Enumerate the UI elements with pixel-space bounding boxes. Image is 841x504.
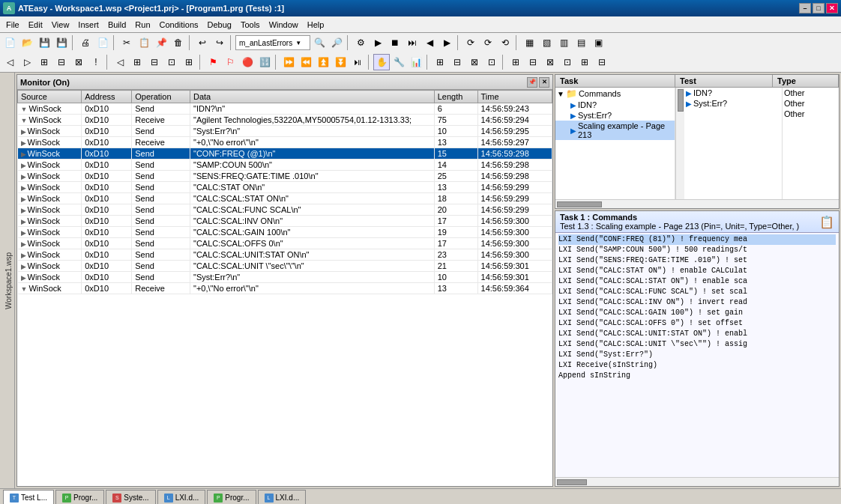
menu-edit[interactable]: Edit (24, 16, 47, 32)
tab-prog-1[interactable]: P Progr... (55, 490, 104, 504)
tb2-28[interactable]: ⊞ (507, 54, 524, 70)
tb2-33[interactable]: ⊟ (594, 54, 610, 70)
code-hscroll[interactable] (555, 477, 839, 486)
tb2-31[interactable]: ⊡ (559, 54, 576, 70)
find2-button[interactable]: 🔎 (328, 34, 345, 51)
monitor-table-container[interactable]: Source Address Operation Data Length Tim… (17, 90, 552, 486)
tb2-11[interactable]: ⊞ (181, 54, 197, 70)
table-row[interactable]: ▼WinSock 0xD10 Send "IDN?\n" 6 14:56:59:… (18, 103, 552, 115)
back-button[interactable]: ◀ (421, 34, 438, 51)
tb2-32[interactable]: ⊞ (576, 54, 593, 70)
tb-extra5[interactable]: ▧ (538, 34, 555, 51)
tb2-27[interactable]: ⊡ (483, 54, 500, 70)
code-area[interactable]: LXI Send("CONF:FREQ (81)") ! frequency m… (555, 233, 839, 477)
expand-icon[interactable]: ▶ (21, 229, 26, 237)
tab-lxi-2[interactable]: L LXI.d... (258, 490, 307, 504)
tb2-26[interactable]: ⊠ (466, 54, 483, 70)
save-button[interactable]: 💾 (36, 34, 52, 51)
step-button[interactable]: ⏭ (404, 34, 420, 51)
expand-icon[interactable]: ▶ (21, 263, 26, 270)
stop-button[interactable]: ⏹ (387, 34, 403, 51)
table-row[interactable]: ▶WinSock 0xD10 Send "CALC:SCAL:INV ON\n"… (18, 216, 552, 227)
expand-icon[interactable]: ▶ (21, 128, 26, 136)
table-row[interactable]: ▶WinSock 0xD10 Send "Syst:Err?\n" 10 14:… (18, 272, 552, 283)
expand-icon[interactable]: ▶ (21, 162, 26, 169)
table-row[interactable]: ▶WinSock 0xD10 Send "SENS:FREQ:GATE:TIME… (18, 171, 552, 182)
expand-icon[interactable]: ▼ (21, 106, 28, 113)
table-row[interactable]: ▶WinSock 0xD10 Send "CALC:STAT ON\n" 13 … (18, 182, 552, 193)
task-panel-hscroll[interactable] (555, 199, 839, 208)
tree-idn[interactable]: ▶ IDN? (555, 100, 675, 110)
expand-icon[interactable]: ▶ (21, 151, 26, 158)
table-row[interactable]: ▶WinSock 0xD10 Send "Syst:Err?\n" 10 14:… (18, 126, 552, 137)
tb2-29[interactable]: ⊟ (525, 54, 541, 70)
monitor-close-button[interactable]: ✕ (539, 77, 549, 88)
monitor-pin-button[interactable]: 📌 (527, 77, 537, 88)
tb-extra8[interactable]: ▣ (590, 34, 606, 51)
find-button[interactable]: 🔍 (311, 34, 328, 51)
tb2-2[interactable]: ▷ (19, 54, 35, 70)
print2-button[interactable]: 📄 (94, 34, 111, 51)
expand-icon[interactable]: ▼ (21, 285, 28, 293)
expand-icon[interactable]: ▶ (21, 207, 26, 214)
minimize-button[interactable]: – (799, 3, 811, 13)
tb-extra2[interactable]: ⟳ (480, 34, 496, 51)
tb-extra3[interactable]: ⟲ (497, 34, 513, 51)
tb2-12[interactable]: ⚑ (205, 54, 221, 70)
tb2-5[interactable]: ⊠ (70, 54, 87, 70)
table-row[interactable]: ▶WinSock 0xD10 Send "CALC:SCAL:STAT ON\n… (18, 193, 552, 204)
undo-button[interactable]: ↩ (194, 34, 211, 51)
menu-help[interactable]: Help (303, 16, 329, 32)
expand-icon[interactable]: ▶ (21, 218, 26, 225)
cut-button[interactable]: ✂ (118, 34, 135, 51)
expand-icon[interactable]: ▶ (21, 173, 26, 180)
tb2-3[interactable]: ⊞ (36, 54, 52, 70)
tb2-22[interactable]: 🔧 (391, 54, 407, 70)
tb2-15[interactable]: 🔢 (256, 54, 273, 70)
menu-file[interactable]: File (1, 16, 24, 32)
menu-run[interactable]: Run (130, 16, 154, 32)
test-idn[interactable]: ▶ IDN? (684, 88, 782, 98)
new-button[interactable]: 📄 (1, 34, 18, 51)
tb2-4[interactable]: ⊟ (53, 54, 70, 70)
tb-extra6[interactable]: ▥ (555, 34, 572, 51)
tb2-16[interactable]: ⏩ (280, 54, 297, 70)
tb2-10[interactable]: ⊡ (163, 54, 180, 70)
table-row[interactable]: ▶WinSock 0xD10 Send "CONF:FREQ (@1)\n" 1… (18, 148, 552, 160)
forward-button[interactable]: ▶ (438, 34, 455, 51)
tab-test-log[interactable]: T Test L... (3, 490, 54, 504)
tab-prog-2[interactable]: P Progr... (207, 490, 256, 504)
expand-icon[interactable]: ▶ (21, 195, 26, 203)
tree-scrollbar[interactable] (675, 88, 684, 199)
restore-button[interactable]: □ (813, 3, 825, 13)
tb2-18[interactable]: ⏫ (315, 54, 331, 70)
menu-conditions[interactable]: Conditions (155, 16, 203, 32)
tb2-7[interactable]: ◁ (112, 54, 128, 70)
menu-build[interactable]: Build (103, 16, 130, 32)
table-row[interactable]: ▶WinSock 0xD10 Send "CALC:SCAL:UNIT:STAT… (18, 249, 552, 261)
run-button[interactable]: ▶ (370, 34, 386, 51)
tb2-8[interactable]: ⊞ (129, 54, 145, 70)
tb2-25[interactable]: ⊟ (449, 54, 465, 70)
delete-button[interactable]: 🗑 (170, 34, 187, 51)
tb2-13[interactable]: ⚐ (222, 54, 238, 70)
expand-icon[interactable]: ▶ (21, 184, 26, 192)
menu-view[interactable]: View (47, 16, 74, 32)
test-systerr[interactable]: ▶ Syst:Err? (684, 98, 782, 109)
tb2-19[interactable]: ⏬ (332, 54, 349, 70)
table-row[interactable]: ▶WinSock 0xD10 Send "CALC:SCAL:OFFS 0\n"… (18, 238, 552, 249)
tb2-30[interactable]: ⊠ (542, 54, 558, 70)
save-all-button[interactable]: 💾 (53, 34, 70, 51)
tb2-20[interactable]: ⏯ (349, 54, 366, 70)
expand-icon[interactable]: ▶ (21, 274, 26, 282)
table-row[interactable]: ▼WinSock 0xD10 Receive "Agilent Technolo… (18, 115, 552, 126)
menu-insert[interactable]: Insert (73, 16, 103, 32)
tb-extra4[interactable]: ▦ (521, 34, 537, 51)
table-row[interactable]: ▶WinSock 0xD10 Send "CALC:SCAL:UNIT \"se… (18, 261, 552, 272)
paste-button[interactable]: 📌 (153, 34, 169, 51)
expand-icon[interactable]: ▼ (21, 117, 28, 124)
expand-icon[interactable]: ▶ (21, 139, 26, 147)
table-row[interactable]: ▶WinSock 0xD10 Send "CALC:SCAL:GAIN 100\… (18, 227, 552, 238)
menu-debug[interactable]: Debug (203, 16, 236, 32)
tb2-6[interactable]: ! (88, 54, 104, 70)
